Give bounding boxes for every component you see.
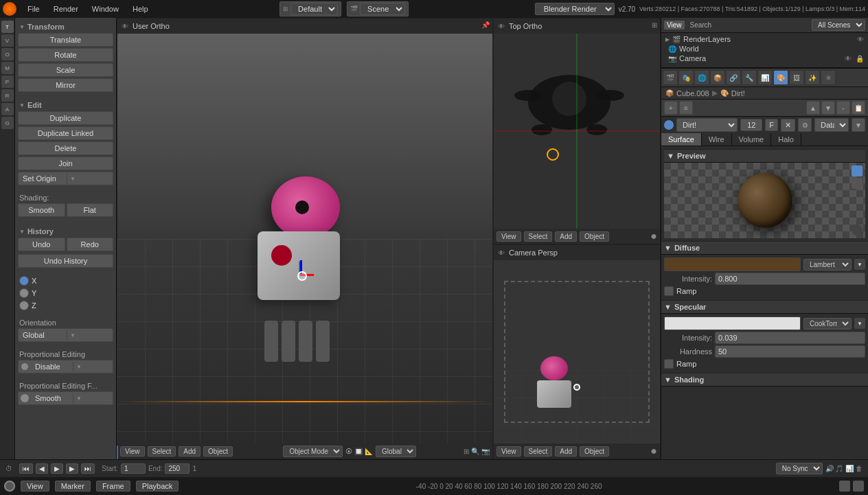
mesh-icon[interactable]: M <box>1 62 14 74</box>
specular-color-swatch[interactable] <box>664 316 801 330</box>
data-select[interactable]: Data <box>814 118 849 132</box>
preview-header[interactable]: ▼ Preview <box>664 149 865 163</box>
next-frame-button[interactable]: ▶ <box>66 463 78 474</box>
diffuse-header[interactable]: ▼ Diffuse <box>661 241 868 255</box>
orientation-dropdown[interactable]: Global ▼ <box>18 328 113 342</box>
sync-select[interactable]: No Sync <box>776 463 823 474</box>
y-checkbox[interactable] <box>19 288 29 298</box>
view-button[interactable]: View <box>664 21 685 30</box>
specular-header[interactable]: ▼ Specular <box>661 300 868 314</box>
mat-up-icon[interactable]: ▲ <box>806 101 820 115</box>
all-scenes-select[interactable]: All Scenes <box>812 19 865 31</box>
specular-shader-arrow-icon[interactable]: ▼ <box>854 318 865 329</box>
object-menu-top[interactable]: Object <box>580 231 609 242</box>
spec-ramp-checkbox[interactable] <box>664 359 674 369</box>
add-menu-top[interactable]: Add <box>555 231 577 242</box>
object-menu-main[interactable]: Object <box>203 446 233 457</box>
object-menu-cam[interactable]: Object <box>580 446 609 457</box>
render-props-icon[interactable]: 🎬 <box>663 70 678 85</box>
smooth-button[interactable]: Smooth <box>18 203 65 217</box>
edit-section-header[interactable]: ▼ Edit <box>18 99 113 111</box>
mat-copy-icon[interactable]: 📋 <box>852 101 865 115</box>
preview-sphere-btn[interactable] <box>852 165 863 176</box>
scale-button[interactable]: Scale <box>18 63 113 77</box>
play-button[interactable]: ▶ <box>51 463 63 474</box>
menu-help[interactable]: Help <box>127 3 154 14</box>
transform-gizmo[interactable] <box>286 260 314 288</box>
tab-volume[interactable]: Volume <box>732 133 772 146</box>
mode-select[interactable]: Object Mode <box>283 446 343 457</box>
duplicate-button[interactable]: Duplicate <box>18 111 113 125</box>
start-frame-input[interactable] <box>121 463 146 474</box>
relations-icon[interactable]: R <box>1 89 14 102</box>
diffuse-shader-arrow-icon[interactable]: ▼ <box>854 259 865 270</box>
redo-button[interactable]: Redo <box>67 238 114 251</box>
outliner-camera[interactable]: 📷 Camera 👁 🔒 <box>664 54 865 63</box>
duplicate-linked-button[interactable]: Duplicate Linked <box>18 126 113 140</box>
menu-window[interactable]: Window <box>87 3 124 14</box>
shading-section-header[interactable]: ▼ Shading <box>661 373 868 387</box>
camera-viewport[interactable]: 👁 Camera Persp (1) Cube.008 View Select … <box>493 244 661 459</box>
specular-shader-select[interactable]: CookTorr <box>803 318 852 330</box>
frame-btn[interactable]: Frame <box>96 481 130 492</box>
undo-history-button[interactable]: Undo History <box>18 254 113 268</box>
translate-button[interactable]: Translate <box>18 33 113 47</box>
mat-minus-icon[interactable]: - <box>836 101 850 115</box>
camera-lock-icon[interactable]: 🔒 <box>856 55 864 62</box>
select-menu-top[interactable]: Select <box>524 231 553 242</box>
view-menu-top[interactable]: View <box>496 231 521 242</box>
view-icon[interactable]: V <box>1 34 14 47</box>
select-menu-cam[interactable]: Select <box>524 446 553 457</box>
specular-intensity-field[interactable] <box>715 332 865 344</box>
preview-plane-btn[interactable] <box>852 178 863 189</box>
transform-section-header[interactable]: ▼ Transform <box>18 21 113 33</box>
x-checkbox[interactable] <box>19 276 29 286</box>
material-props-icon[interactable]: 🎨 <box>773 70 788 85</box>
grease-icon[interactable]: G <box>1 117 14 129</box>
top-ortho-viewport[interactable]: 👁 Top Ortho ⊞ (1) Cube.008 View Select A… <box>493 18 661 244</box>
diffuse-shader-select[interactable]: Lambert <box>803 259 852 270</box>
menu-file[interactable]: File <box>22 3 45 14</box>
outliner-world[interactable]: 🌐 World <box>664 44 865 54</box>
material-slot-num[interactable] <box>740 119 762 131</box>
global-view-icon[interactable] <box>853 481 864 492</box>
prop-editing-f-dropdown[interactable]: Smooth ▼ <box>18 391 113 405</box>
outliner-render-layers[interactable]: ▶ 🎬 RenderLayers 👁 <box>664 34 865 44</box>
hardness-field[interactable] <box>715 345 865 358</box>
skip-end-button[interactable]: ⏭ <box>81 463 95 474</box>
constraints-props-icon[interactable]: 🔗 <box>726 70 741 85</box>
particles-props-icon[interactable]: ✨ <box>805 70 820 85</box>
delete-button[interactable]: Delete <box>18 141 113 155</box>
physics-props-icon[interactable]: ⚛ <box>821 70 836 85</box>
material-name-select[interactable]: Dirt! <box>676 118 738 132</box>
scene-props-icon[interactable]: 🎭 <box>678 70 694 85</box>
tab-surface[interactable]: Surface <box>661 133 702 146</box>
skip-start-button[interactable]: ⏮ <box>19 463 33 474</box>
tab-wire[interactable]: Wire <box>702 133 732 146</box>
ramp-checkbox[interactable] <box>664 286 674 296</box>
view-bottom-btn[interactable]: View <box>21 481 49 492</box>
view-menu-main[interactable]: View <box>120 446 145 457</box>
set-origin-dropdown[interactable]: Set Origin ▼ <box>18 172 113 185</box>
tab-halo[interactable]: Halo <box>771 133 801 146</box>
main-viewport[interactable]: 👁 User Ortho 📌 <box>117 18 493 459</box>
select-menu-main[interactable]: Select <box>148 446 176 457</box>
end-frame-input[interactable] <box>165 463 190 474</box>
orientation-select[interactable]: Global <box>376 446 416 457</box>
mat-down-icon[interactable]: ▼ <box>821 101 835 115</box>
add-menu-cam[interactable]: Add <box>555 446 577 457</box>
scene-select[interactable]: Scene <box>360 3 405 15</box>
object-props-icon[interactable]: 📦 <box>710 70 725 85</box>
menu-render[interactable]: Render <box>48 3 84 14</box>
search-button[interactable]: Search <box>687 21 715 30</box>
rotate-button[interactable]: Rotate <box>18 48 113 62</box>
history-section-header[interactable]: ▼ History <box>18 225 113 238</box>
f-button[interactable]: F <box>765 119 778 131</box>
render-layers-eye-icon[interactable]: 👁 <box>857 36 864 43</box>
mat-link-icon[interactable]: ≡ <box>679 101 693 115</box>
diffuse-color-swatch[interactable] <box>664 257 801 271</box>
prev-frame-button[interactable]: ◀ <box>36 463 48 474</box>
animation-icon[interactable]: A <box>1 103 14 115</box>
physics-icon[interactable]: P <box>1 76 14 88</box>
modifier-props-icon[interactable]: 🔧 <box>742 70 757 85</box>
